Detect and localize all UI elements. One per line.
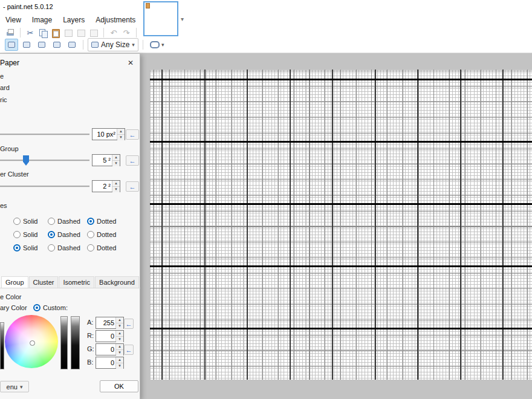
cluster-reset-button[interactable]: ← [126,181,139,192]
erase-selection-icon[interactable] [88,27,99,38]
deselect-icon[interactable] [76,27,86,38]
tab-background[interactable]: Background [95,276,139,288]
selection-rect-icon [68,42,76,48]
alpha-reset-button[interactable]: ← [124,319,134,329]
value-slider-bar[interactable] [60,316,68,369]
spinner-down-icon[interactable]: ▼ [116,323,123,329]
group-input[interactable] [92,155,112,166]
graph-paper-image[interactable] [150,70,532,380]
style-radio-dotted[interactable]: Dotted [87,244,116,251]
radio-icon [48,218,55,225]
tab-cluster[interactable]: Cluster [29,276,59,288]
line-color-label: e Color [0,293,21,300]
spinner-down-icon[interactable]: ▼ [117,134,125,140]
paste-icon[interactable] [50,27,61,38]
red-input[interactable] [96,331,115,342]
close-icon[interactable]: ✕ [125,57,136,68]
spinner-up-icon[interactable]: ▲ [112,155,120,160]
line-styles-label: es [0,202,7,209]
primary-color-radio[interactable]: ary Color [0,304,27,311]
selection-mode-invert-button[interactable] [65,39,79,51]
radio-label: Solid [23,218,37,225]
blue-input[interactable] [96,357,115,368]
spinner-up-icon[interactable]: ▲ [116,317,123,323]
cut-icon[interactable]: ✂ [25,27,36,38]
spinner-down-icon[interactable]: ▼ [116,363,123,369]
copy-icon[interactable] [37,27,48,38]
saturation-slider-bar[interactable] [71,316,80,369]
spinner-up-icon[interactable]: ▲ [116,331,123,336]
style-radio-solid[interactable]: Solid [13,218,37,225]
spinner-updown: ▲ ▼ [115,317,123,328]
style-radio-solid[interactable]: Solid [13,231,37,238]
style-radio-dotted[interactable]: Dotted [87,231,116,238]
selection-mode-replace-button[interactable] [5,39,18,51]
menu-adjustments[interactable]: Adjustments [90,14,141,26]
green-input[interactable] [96,344,115,355]
plugin-menu-button[interactable]: enu ▾ [0,381,29,392]
style-radio-dashed[interactable]: Dashed [48,218,80,225]
selection-rect-icon [38,42,45,48]
cluster-slider[interactable] [0,181,89,192]
menu-view[interactable]: View [0,14,27,26]
style-radio-dotted[interactable]: Dotted [87,218,116,225]
green-label: G: [87,345,96,352]
rgb-reset-button[interactable]: ← [124,345,134,355]
image-list-chevron-icon[interactable]: ▾ [181,16,184,22]
chevron-down-icon: ▾ [161,42,164,48]
group-reset-button[interactable]: ← [126,155,139,166]
cluster-input[interactable] [92,181,112,192]
radio-label: Dashed [57,218,80,225]
tab-group[interactable]: Group [1,276,28,288]
redo-icon[interactable]: ↷ [121,27,132,38]
paper-type-option-3[interactable]: ric [0,96,7,103]
toolbar-main: ✂ ↶ ↷ # [0,27,532,39]
style-radio-dashed[interactable]: Dashed [48,231,80,238]
selection-mode-subtract-button[interactable] [35,39,48,51]
print-icon[interactable] [5,27,16,38]
shape-style-button[interactable]: ▾ [148,38,167,51]
image-thumbnail-tab[interactable] [143,1,178,36]
spinner-up-icon[interactable]: ▲ [112,181,120,186]
color-wheel[interactable] [5,315,58,368]
custom-color-radio[interactable]: Custom: [33,304,68,311]
spinner-down-icon[interactable]: ▼ [112,160,120,166]
style-radio-solid[interactable]: Solid [13,244,37,251]
selection-size-combo[interactable]: Any Size ▾ [88,38,138,51]
crop-icon[interactable] [63,27,74,38]
paper-type-option-1[interactable]: e [0,73,4,80]
selection-mode-add-button[interactable] [20,39,33,51]
square-size-reset-button[interactable]: ← [126,129,139,140]
menu-layers[interactable]: Layers [57,14,90,26]
spinner-down-icon[interactable]: ▼ [112,186,120,192]
color-tabs: Group Cluster Isometric Background [0,275,140,288]
style-radio-dashed[interactable]: Dashed [48,244,80,251]
menu-bar: View Image Layers Adjustments Effects [0,13,532,27]
square-size-slider[interactable] [0,129,89,140]
spinner-up-icon[interactable]: ▲ [116,344,123,349]
spinner-down-icon[interactable]: ▼ [116,336,123,342]
color-wheel-marker[interactable] [30,340,35,346]
radio-label: Custom: [43,304,68,311]
hue-bar-clipped[interactable] [0,322,4,369]
selection-size-label: Any Size [101,41,129,49]
tab-isometric[interactable]: Isometric [59,276,94,288]
chevron-down-icon: ▾ [20,384,23,390]
undo-icon[interactable]: ↶ [108,27,119,38]
group-slider[interactable] [0,155,89,166]
plugin-menu-label: enu [7,383,18,391]
selection-rect-icon [8,42,15,48]
spinner-up-icon[interactable]: ▲ [117,129,125,134]
blue-spinner: ▲ ▼ [96,357,124,369]
paper-type-option-2[interactable]: ard [0,84,10,91]
ok-button[interactable]: OK [100,380,138,392]
group-slider-thumb[interactable] [23,155,29,166]
toolbar-separator [83,40,83,50]
selection-mode-intersect-button[interactable] [50,39,63,51]
square-size-input[interactable] [92,129,117,140]
radio-icon [87,231,94,238]
alpha-input[interactable] [96,317,115,328]
spinner-down-icon[interactable]: ▼ [116,349,123,355]
menu-image[interactable]: Image [27,14,57,26]
spinner-up-icon[interactable]: ▲ [116,357,123,363]
